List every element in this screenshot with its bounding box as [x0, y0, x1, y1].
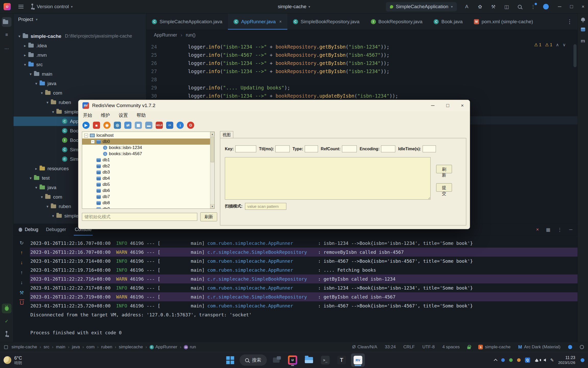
close-session-icon[interactable]: ×: [536, 227, 539, 232]
editor-tab[interactable]: IBookRepository.java: [365, 14, 428, 30]
status-ring-icon[interactable]: [580, 345, 584, 349]
scroll-down-icon[interactable]: ▼: [210, 204, 214, 209]
image-icon[interactable]: ▦: [135, 122, 142, 129]
tree-arrow-icon[interactable]: ▾: [50, 110, 56, 114]
expander-icon[interactable]: −: [91, 140, 95, 144]
commit-check-icon[interactable]: ✓: [2, 316, 11, 326]
scroll-up-icon[interactable]: ▲: [210, 132, 214, 136]
debug-panel-title[interactable]: Debug: [19, 227, 38, 232]
ct-icon[interactable]: Ct: [166, 122, 173, 129]
project-tree-item[interactable]: ▾java: [14, 79, 146, 88]
task-view-button[interactable]: [270, 353, 283, 367]
tree-arrow-icon[interactable]: ▾: [27, 176, 34, 180]
connect-icon[interactable]: ▶: [82, 122, 90, 129]
taskbar-app-intellij[interactable]: IJ: [286, 353, 300, 367]
power-icon[interactable]: ⊙: [187, 122, 194, 129]
delete-icon[interactable]: [19, 300, 25, 306]
tree-arrow-icon[interactable]: ▾: [22, 62, 28, 67]
tree-arrow-icon[interactable]: ▾: [39, 91, 45, 95]
help-icon[interactable]: HELP: [156, 122, 163, 129]
tree-arrow-icon[interactable]: ▾: [16, 34, 23, 39]
translate-icon[interactable]: A: [463, 3, 470, 10]
monitor-icon[interactable]: ▬: [145, 122, 152, 129]
tree-arrow-icon[interactable]: ▾: [39, 195, 45, 199]
publish-icon[interactable]: ◉: [103, 122, 111, 129]
key-pattern-input[interactable]: [82, 213, 197, 221]
redis-tree-item[interactable]: −db0: [82, 139, 210, 145]
redis-tree-item[interactable]: db5: [82, 181, 210, 188]
tree-arrow-icon[interactable]: ▾: [44, 204, 51, 209]
status-indicator-icon[interactable]: [568, 345, 572, 349]
frame-up-icon[interactable]: ↑: [19, 270, 25, 276]
menu-item[interactable]: 开始: [83, 112, 92, 118]
volume-icon[interactable]: [543, 359, 546, 362]
pen-icon[interactable]: ✎: [550, 358, 554, 363]
redis-tree-item[interactable]: db1: [82, 157, 210, 163]
prev-warning-icon[interactable]: ∧: [556, 42, 559, 48]
start-button[interactable]: [223, 353, 237, 367]
project-tree-item[interactable]: ▾src: [14, 60, 146, 69]
project-title-widget[interactable]: simple-cache ▾: [278, 4, 310, 9]
scrollbar-thumb[interactable]: [211, 137, 214, 162]
taskbar-app-explorer[interactable]: [302, 353, 316, 367]
status-breadcrumb-item[interactable]: simplecache: [119, 344, 143, 350]
project-tool-icon[interactable]: [2, 17, 11, 27]
status-breadcrumb-item[interactable]: ruben: [101, 344, 112, 350]
tree-arrow-icon[interactable]: ▾: [44, 100, 51, 105]
search-icon[interactable]: [517, 3, 523, 10]
debug-tool-icon[interactable]: [2, 304, 11, 313]
caret-position[interactable]: 33:24: [385, 344, 396, 350]
debug-tab[interactable]: Debugger: [45, 224, 67, 236]
module-widget[interactable]: s simple-cache: [478, 344, 510, 350]
step-out-icon[interactable]: ↑: [19, 250, 25, 256]
redis-tree-item[interactable]: db3: [82, 169, 210, 175]
stop-icon[interactable]: ■: [93, 122, 100, 129]
tray-app2-icon[interactable]: [509, 358, 513, 362]
editor-tab[interactable]: CBook.java: [428, 14, 468, 30]
tray-expand-icon[interactable]: [494, 359, 497, 362]
version-control-widget[interactable]: Version control ▾: [30, 4, 73, 9]
network-icon[interactable]: ◎: [114, 122, 121, 129]
project-tree-item[interactable]: ▸.mvn: [14, 50, 146, 60]
notification-center-icon[interactable]: [581, 358, 584, 362]
plugins-icon[interactable]: ✿: [477, 3, 483, 10]
more-tool-windows-icon[interactable]: …: [2, 43, 11, 52]
notifications-icon[interactable]: [581, 18, 585, 21]
taskbar-search-box[interactable]: 搜索: [240, 354, 267, 366]
refcount-input[interactable]: [342, 145, 357, 152]
project-tree-item[interactable]: ▾main: [14, 69, 146, 79]
clock-widget[interactable]: 11:23 2023/1/26: [558, 355, 575, 365]
redis-tree-item[interactable]: Sbooks::isbn-4567: [82, 151, 210, 157]
database-tool-icon[interactable]: [581, 28, 585, 31]
warning-indicator[interactable]: ⚠1: [545, 42, 552, 48]
avatar[interactable]: [543, 4, 549, 9]
redisview-title-bar[interactable]: RV RedisView Community v1.7.2 ─ □ ×: [78, 100, 470, 111]
status-breadcrumb-item[interactable]: mrun: [184, 344, 196, 350]
refresh-keys-button[interactable]: 刷新: [200, 212, 217, 221]
menu-item[interactable]: 维护: [101, 112, 110, 118]
redis-tree-item[interactable]: db7: [82, 194, 210, 200]
refresh-value-button[interactable]: 刷新: [436, 165, 452, 173]
menu-item[interactable]: 设置: [119, 112, 128, 118]
readonly-lock-icon[interactable]: [467, 347, 471, 349]
status-breadcrumb-item[interactable]: simple-cache: [11, 344, 37, 350]
tools-icon[interactable]: ⚒: [490, 3, 497, 10]
warning-indicator[interactable]: ⚠1: [534, 42, 542, 48]
window-close-button[interactable]: ×: [582, 4, 584, 9]
collaboration-icon[interactable]: ◫: [503, 3, 510, 10]
more-options-icon[interactable]: ⋮: [530, 3, 536, 10]
next-warning-icon[interactable]: ∨: [563, 42, 566, 48]
tray-app3-icon[interactable]: [517, 358, 521, 362]
inspections-widget[interactable]: ⚠1⚠1∧∨: [534, 42, 566, 48]
status-breadcrumb-item[interactable]: java: [72, 344, 80, 350]
ttlms-input[interactable]: [275, 145, 290, 152]
breadcrumb-class[interactable]: AppRunner: [154, 32, 177, 38]
editor-tab[interactable]: CSimpleBookRepository.java: [287, 14, 365, 30]
status-breadcrumb-item[interactable]: src: [44, 344, 50, 350]
project-tree-item[interactable]: ▾simple-cacheD:\file\projects\java\simpl…: [14, 31, 146, 41]
rv-maximize-button[interactable]: □: [446, 103, 449, 108]
rv-close-button[interactable]: ×: [461, 103, 464, 108]
rerun-icon[interactable]: ↻: [19, 240, 25, 246]
project-tree-item[interactable]: ▸.idea: [14, 41, 146, 50]
status-breadcrumb-item[interactable]: CAppRunner: [150, 344, 177, 350]
